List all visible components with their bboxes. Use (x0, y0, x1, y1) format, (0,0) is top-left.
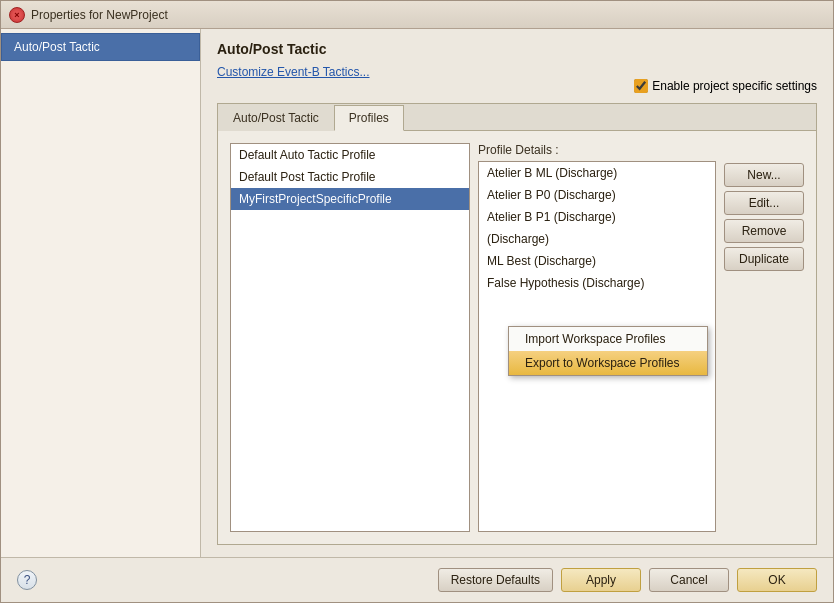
new-button[interactable]: New... (724, 163, 804, 187)
sidebar-item-auto-post-tactic[interactable]: Auto/Post Tactic (1, 33, 200, 61)
list-item[interactable]: Atelier B P0 (Discharge) (479, 184, 715, 206)
tab-container: Auto/Post Tactic Profiles Default Auto T… (217, 103, 817, 545)
list-item[interactable]: Default Post Tactic Profile (231, 166, 469, 188)
enable-label: Enable project specific settings (652, 79, 817, 93)
bottom-right-buttons: Restore Defaults Apply Cancel OK (438, 568, 817, 592)
profile-action-buttons: New... Edit... Remove Duplicate (724, 143, 804, 532)
list-item[interactable]: Default Auto Tactic Profile (231, 144, 469, 166)
title-bar: × Properties for NewProject (1, 1, 833, 29)
right-panel: Auto/Post Tactic Customize Event-B Tacti… (201, 29, 833, 557)
ok-button[interactable]: OK (737, 568, 817, 592)
enable-checkbox-container: Enable project specific settings (634, 79, 817, 93)
bottom-bar: ? Restore Defaults Apply Cancel OK (1, 557, 833, 602)
sidebar-item-label: Auto/Post Tactic (14, 40, 100, 54)
tab-bar: Auto/Post Tactic Profiles (218, 104, 816, 131)
close-icon: × (14, 10, 19, 20)
profile-list-left[interactable]: Default Auto Tactic Profile Default Post… (230, 143, 470, 532)
list-item[interactable]: ML Best (Discharge) (479, 250, 715, 272)
panel-title: Auto/Post Tactic (217, 41, 817, 57)
context-menu-import[interactable]: Import Workspace Profiles (509, 327, 707, 351)
close-button[interactable]: × (9, 7, 25, 23)
main-content: Auto/Post Tactic Auto/Post Tactic Custom… (1, 29, 833, 557)
list-item[interactable]: MyFirstProjectSpecificProfile (231, 188, 469, 210)
cancel-button[interactable]: Cancel (649, 568, 729, 592)
apply-button[interactable]: Apply (561, 568, 641, 592)
enable-checkbox[interactable] (634, 79, 648, 93)
restore-defaults-button[interactable]: Restore Defaults (438, 568, 553, 592)
profiles-left: Default Auto Tactic Profile Default Post… (230, 143, 470, 532)
profile-details-label: Profile Details : (478, 143, 716, 157)
list-item[interactable]: (Discharge) (479, 228, 715, 250)
tab-auto-post-tactic[interactable]: Auto/Post Tactic (218, 105, 334, 131)
context-menu: Import Workspace Profiles Export to Work… (508, 326, 708, 376)
tab-profiles-label: Profiles (349, 111, 389, 125)
tab-profiles[interactable]: Profiles (334, 105, 404, 131)
list-item[interactable]: Atelier B ML (Discharge) (479, 162, 715, 184)
properties-window: × Properties for NewProject Auto/Post Ta… (0, 0, 834, 603)
remove-button[interactable]: Remove (724, 219, 804, 243)
help-button[interactable]: ? (17, 570, 37, 590)
tab-content-profiles: Default Auto Tactic Profile Default Post… (218, 131, 816, 544)
context-menu-export[interactable]: Export to Workspace Profiles (509, 351, 707, 375)
list-item[interactable]: Atelier B P1 (Discharge) (479, 206, 715, 228)
enable-row: Enable project specific settings (217, 79, 817, 93)
list-item[interactable]: False Hypothesis (Discharge) (479, 272, 715, 294)
customize-link[interactable]: Customize Event-B Tactics... (217, 65, 370, 79)
tab-auto-post-tactic-label: Auto/Post Tactic (233, 111, 319, 125)
sidebar: Auto/Post Tactic (1, 29, 201, 557)
duplicate-button[interactable]: Duplicate (724, 247, 804, 271)
edit-button[interactable]: Edit... (724, 191, 804, 215)
window-title: Properties for NewProject (31, 8, 168, 22)
